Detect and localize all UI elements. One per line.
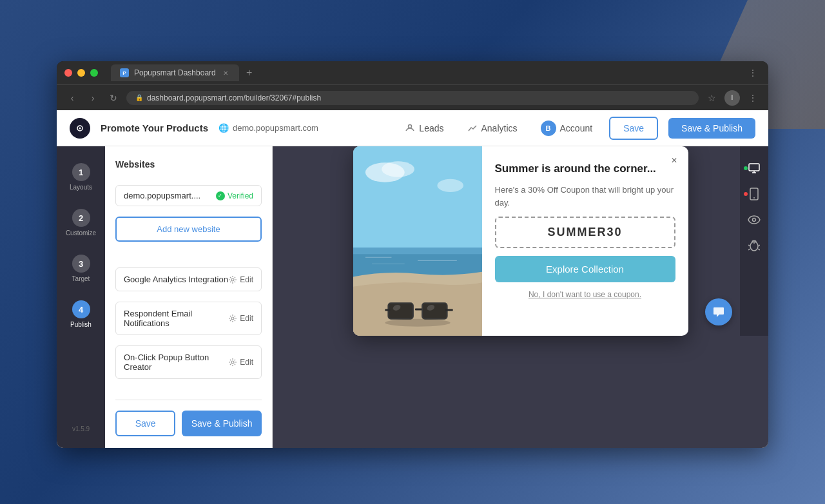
leads-nav-link[interactable]: Leads: [398, 119, 450, 137]
google-analytics-edit-label: Edit: [240, 275, 253, 284]
tab-area: P Popupsmart Dashboard ✕ +: [111, 64, 740, 81]
tab-favicon: P: [120, 68, 129, 77]
account-nav-link[interactable]: B Account: [534, 117, 599, 140]
google-analytics-edit-button[interactable]: Edit: [228, 275, 253, 284]
google-analytics-row: Google Analytics Integration Edit: [115, 267, 262, 291]
browser-toolbar: ‹ › ↻ 🔒 dashboard.popupsmart.com/builder…: [57, 84, 768, 110]
popup-card: ✕: [353, 146, 688, 336]
website-url: demo.popupsmart.com: [233, 123, 318, 133]
debug-button[interactable]: [742, 234, 766, 257]
browser-tab[interactable]: P Popupsmart Dashboard ✕: [111, 64, 239, 81]
email-notifications-label: Respondent Email Notifications: [124, 309, 228, 328]
popup-subtitle: Here's a 30% Off Coupon that will bright…: [495, 184, 675, 209]
sidebar-label-target: Target: [72, 275, 90, 282]
tab-close-button[interactable]: ✕: [221, 68, 230, 77]
nav-save-button[interactable]: Save: [609, 117, 658, 140]
panel-bottom-buttons: Save Save & Publish: [115, 400, 262, 436]
nav-save-publish-button[interactable]: Save & Publish: [668, 118, 755, 139]
svg-point-9: [382, 161, 414, 177]
desktop-device-button[interactable]: [742, 157, 766, 180]
email-notifications-row: Respondent Email Notifications Edit: [115, 302, 262, 335]
sidebar-step-3: 3: [72, 255, 90, 273]
svg-point-3: [409, 124, 412, 128]
onclick-popup-edit-label: Edit: [240, 358, 253, 367]
bookmark-icon[interactable]: ☆: [704, 90, 719, 106]
app-nav: Promote Your Products 🌐 demo.popupsmart.…: [57, 110, 768, 146]
analytics-label: Analytics: [481, 123, 518, 133]
svg-rect-19: [422, 303, 447, 318]
back-button[interactable]: ‹: [64, 90, 80, 106]
onclick-popup-edit-button[interactable]: Edit: [228, 358, 253, 367]
reload-button[interactable]: ↻: [106, 90, 121, 106]
popup-close-button[interactable]: ✕: [666, 153, 682, 168]
leads-icon: [405, 123, 415, 133]
account-avatar: B: [541, 121, 556, 136]
new-tab-button[interactable]: +: [242, 65, 257, 81]
settings-gear-icon-3: [228, 358, 237, 367]
sidebar-item-layouts[interactable]: 1 Layouts: [62, 157, 101, 197]
analytics-nav-link[interactable]: Analytics: [461, 119, 524, 137]
no-coupon-link[interactable]: No, I don't want to use a coupon.: [495, 290, 675, 299]
app-title: Promote Your Products: [101, 122, 208, 133]
bug-icon: [748, 239, 760, 252]
sidebar-label-layouts: Layouts: [70, 184, 92, 191]
explore-collection-button[interactable]: Explore Collection: [495, 256, 675, 282]
device-toolbar: [740, 146, 768, 336]
sidebar-item-publish[interactable]: 4 Publish: [62, 294, 101, 334]
analytics-icon: [467, 123, 478, 133]
eye-icon: [748, 215, 761, 224]
browser-menu-icon[interactable]: ⋮: [745, 65, 761, 81]
popup-content: Summer is around the corner... Here's a …: [482, 146, 688, 336]
chat-button[interactable]: [705, 298, 732, 325]
svg-rect-24: [445, 309, 452, 311]
leads-label: Leads: [419, 123, 443, 133]
verified-badge: ✓ Verified: [216, 191, 253, 200]
sidebar: 1 Layouts 2 Customize 3 Target 4 Publish…: [57, 146, 105, 448]
sidebar-item-customize[interactable]: 2 Customize: [62, 202, 101, 243]
onclick-popup-row: On-Click Popup Button Creator Edit: [115, 345, 262, 379]
svg-point-2: [79, 127, 81, 129]
globe-icon: 🌐: [218, 123, 229, 133]
extension-menu-icon[interactable]: ⋮: [745, 90, 761, 106]
svg-point-30: [753, 197, 755, 199]
panel-section-title: Websites: [115, 159, 262, 170]
sidebar-label-customize: Customize: [66, 229, 96, 237]
address-bar[interactable]: 🔒 dashboard.popupsmart.com/builder/32067…: [126, 91, 699, 105]
forward-button[interactable]: ›: [85, 90, 101, 106]
traffic-light-green[interactable]: [90, 69, 98, 77]
svg-point-25: [385, 319, 450, 327]
svg-line-36: [748, 249, 750, 250]
profile-icon[interactable]: I: [724, 90, 740, 106]
tab-title: Popupsmart Dashboard: [134, 68, 216, 77]
content-area: Websites demo.popupsmart.... ✓ Verified …: [105, 146, 768, 448]
settings-gear-icon-2: [228, 314, 237, 323]
account-initial: B: [546, 124, 551, 132]
popup-title: Summer is around the corner...: [495, 162, 675, 176]
sidebar-label-publish: Publish: [70, 321, 92, 328]
traffic-light-yellow[interactable]: [77, 69, 85, 77]
preview-button[interactable]: [742, 208, 766, 231]
svg-rect-7: [353, 146, 482, 257]
app-main: 1 Layouts 2 Customize 3 Target 4 Publish…: [57, 146, 768, 448]
browser-titlebar: P Popupsmart Dashboard ✕ + ⋮: [57, 61, 768, 84]
url-text: dashboard.popupsmart.com/builder/32067#p…: [147, 93, 321, 102]
popup-image: [353, 146, 482, 336]
sidebar-item-target[interactable]: 3 Target: [62, 248, 101, 289]
traffic-light-red[interactable]: [64, 69, 72, 77]
toolbar-actions: ☆ I ⋮: [704, 90, 761, 106]
svg-line-37: [758, 249, 760, 250]
panel-save-publish-button[interactable]: Save & Publish: [182, 411, 262, 436]
onclick-popup-label: On-Click Popup Button Creator: [124, 353, 228, 372]
verified-dot: ✓: [216, 191, 225, 200]
add-website-button[interactable]: Add new website: [115, 217, 262, 242]
website-url-display: demo.popupsmart....: [124, 191, 200, 200]
svg-point-4: [231, 278, 234, 281]
app-container: Promote Your Products 🌐 demo.popupsmart.…: [57, 110, 768, 448]
panel-save-button[interactable]: Save: [115, 411, 175, 436]
email-notifications-edit-label: Edit: [240, 314, 253, 323]
svg-point-10: [437, 179, 463, 192]
beach-svg: [353, 146, 482, 336]
mobile-device-button[interactable]: [742, 182, 766, 206]
email-notifications-edit-button[interactable]: Edit: [228, 314, 253, 323]
lock-icon: 🔒: [135, 94, 143, 101]
